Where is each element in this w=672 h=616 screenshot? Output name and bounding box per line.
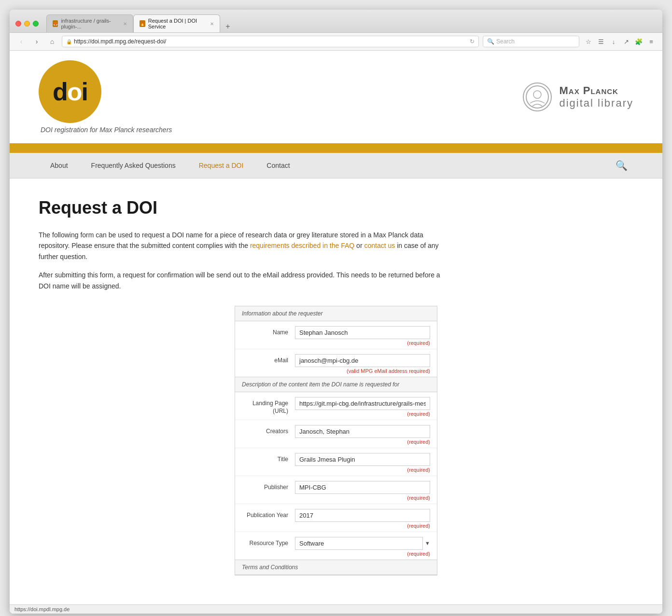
mpdl-logo: Max Planck digital library [523, 82, 634, 111]
tab-close-gitlab[interactable]: ✕ [123, 21, 127, 27]
nav-bar: About Frequently Asked Questions Request… [10, 153, 662, 178]
browser-window: 🦊 infrastructure / grails-plugin-... ✕ 🔥… [10, 10, 662, 614]
creators-input[interactable] [295, 425, 430, 438]
search-placeholder: Search [496, 38, 515, 45]
publisher-label: Publisher [242, 481, 295, 492]
download-icon[interactable]: ↓ [608, 36, 619, 47]
lock-icon: 🔒 [66, 39, 72, 44]
browser-titlebar: 🦊 infrastructure / grails-plugin-... ✕ 🔥… [10, 10, 662, 33]
back-button[interactable]: ‹ [15, 36, 27, 47]
nav-item-about[interactable]: About [39, 153, 80, 178]
nav-items: About Frequently Asked Questions Request… [39, 153, 302, 178]
toolbar-actions: ☆ ☰ ↓ ↗ 🧩 ≡ [583, 36, 657, 47]
svg-point-1 [533, 91, 541, 98]
resource-type-select[interactable]: Software Dataset Text Image Audiovisual … [295, 537, 423, 550]
page-intro-1: The following form can be used to reques… [39, 230, 444, 262]
form-body-requester: Name (required) eMail (valid MPG eMail a… [235, 321, 437, 377]
tab-gitlab[interactable]: 🦊 infrastructure / grails-plugin-... ✕ [46, 14, 133, 32]
landing-page-label: Landing Page (URL) [242, 397, 295, 415]
tab-favicon-gitlab: 🦊 [53, 20, 58, 27]
form-row-pub-year: Publication Year (required) [235, 504, 437, 532]
status-bar: https://doi.mpdl.mpg.de [10, 604, 662, 614]
publisher-hint: (required) [295, 495, 430, 501]
maximize-button[interactable] [33, 21, 39, 27]
minimize-button[interactable] [24, 21, 30, 27]
tab-label-doi: Request a DOI | DOI Service [148, 18, 205, 29]
resource-type-input-wrap: Software Dataset Text Image Audiovisual … [295, 537, 430, 557]
title-label: Title [242, 453, 295, 464]
form-section3-header: Terms and Conditions [235, 560, 437, 575]
form-row-title: Title (required) [235, 448, 437, 476]
form-row-resource-type: Resource Type Software Dataset Text Imag… [235, 532, 437, 560]
reading-list-icon[interactable]: ☰ [596, 36, 606, 47]
creators-label: Creators [242, 425, 295, 436]
page-content: Request a DOI The following form can be … [10, 178, 662, 604]
email-input-wrap: (valid MPG eMail address required) [295, 354, 430, 374]
mpdl-name-bottom: digital library [560, 97, 634, 110]
bookmark-icon[interactable]: ☆ [583, 36, 594, 47]
email-input[interactable] [295, 354, 430, 367]
email-hint: (valid MPG eMail address required) [295, 368, 430, 374]
doi-tagline: DOI registration for Max Planck research… [41, 126, 172, 134]
browser-toolbar: ‹ › ⌂ 🔒 https://doi.mpdl.mpg.de/request-… [10, 33, 662, 51]
gold-bar [10, 145, 662, 153]
creators-hint: (required) [295, 439, 430, 445]
landing-page-hint: (required) [295, 411, 430, 417]
browser-tabs: 🦊 infrastructure / grails-plugin-... ✕ 🔥… [46, 14, 657, 32]
title-hint: (required) [295, 467, 430, 473]
title-input[interactable] [295, 453, 430, 466]
close-button[interactable] [15, 21, 21, 27]
tab-label-gitlab: infrastructure / grails-plugin-... [61, 18, 118, 29]
doi-logo-text: doi [53, 77, 87, 106]
browser-content: doi DOI registration for Max Planck rese… [10, 51, 662, 614]
forward-button[interactable]: › [31, 36, 42, 47]
search-bar[interactable]: 🔍 Search [483, 36, 579, 47]
pub-year-input-wrap: (required) [295, 509, 430, 529]
nav-item-contact[interactable]: Contact [255, 153, 301, 178]
nav-item-faq[interactable]: Frequently Asked Questions [80, 153, 187, 178]
page-title: Request a DOI [39, 198, 633, 218]
form-container: Information about the requester Name (re… [235, 306, 437, 575]
menu-icon[interactable]: ≡ [646, 36, 657, 47]
doi-logo: doi DOI registration for Max Planck rese… [39, 60, 172, 134]
name-label: Name [242, 326, 295, 337]
resource-type-hint: (required) [295, 551, 430, 557]
pub-year-input[interactable] [295, 509, 430, 522]
doi-circle: doi [39, 60, 101, 123]
extensions-icon[interactable]: 🧩 [633, 36, 644, 47]
landing-page-input[interactable] [295, 397, 430, 410]
name-input[interactable] [295, 326, 430, 339]
form-row-publisher: Publisher (required) [235, 476, 437, 504]
svg-point-0 [526, 86, 548, 108]
mpdl-name: Max Planck digital library [560, 84, 634, 110]
nav-search-button[interactable]: 🔍 [610, 154, 633, 177]
publisher-input[interactable] [295, 481, 430, 494]
refresh-icon[interactable]: ↻ [470, 38, 475, 45]
creators-input-wrap: (required) [295, 425, 430, 445]
mpdl-name-top: Max Planck [560, 84, 634, 97]
form-section2-header: Description of the content item the DOI … [235, 377, 437, 392]
site-header: doi DOI registration for Max Planck rese… [10, 51, 662, 145]
title-input-wrap: (required) [295, 453, 430, 473]
tab-doi[interactable]: 🔥 Request a DOI | DOI Service ✕ [133, 14, 220, 32]
mpdl-emblem-icon [523, 82, 552, 111]
contact-link[interactable]: contact us [364, 242, 395, 249]
form-body-content: Landing Page (URL) (required) Creators (… [235, 392, 437, 560]
share-icon[interactable]: ↗ [621, 36, 631, 47]
form-section1-header: Information about the requester [235, 306, 437, 321]
home-button[interactable]: ⌂ [46, 36, 58, 47]
search-icon: 🔍 [487, 38, 494, 45]
page-intro-2: After submitting this form, a request fo… [39, 270, 444, 291]
faq-link[interactable]: requirements described in the FAQ [250, 242, 354, 249]
status-url: https://doi.mpdl.mpg.de [14, 606, 70, 612]
address-bar[interactable]: 🔒 https://doi.mpdl.mpg.de/request-doi/ ↻ [62, 36, 479, 47]
name-input-wrap: (required) [295, 326, 430, 346]
landing-page-input-wrap: (required) [295, 397, 430, 417]
tab-close-doi[interactable]: ✕ [210, 21, 214, 27]
email-label: eMail [242, 354, 295, 365]
resource-type-label: Resource Type [242, 537, 295, 548]
nav-item-request-doi[interactable]: Request a DOI [187, 153, 255, 178]
pub-year-hint: (required) [295, 523, 430, 529]
name-hint: (required) [295, 340, 430, 346]
new-tab-button[interactable]: + [222, 21, 234, 32]
